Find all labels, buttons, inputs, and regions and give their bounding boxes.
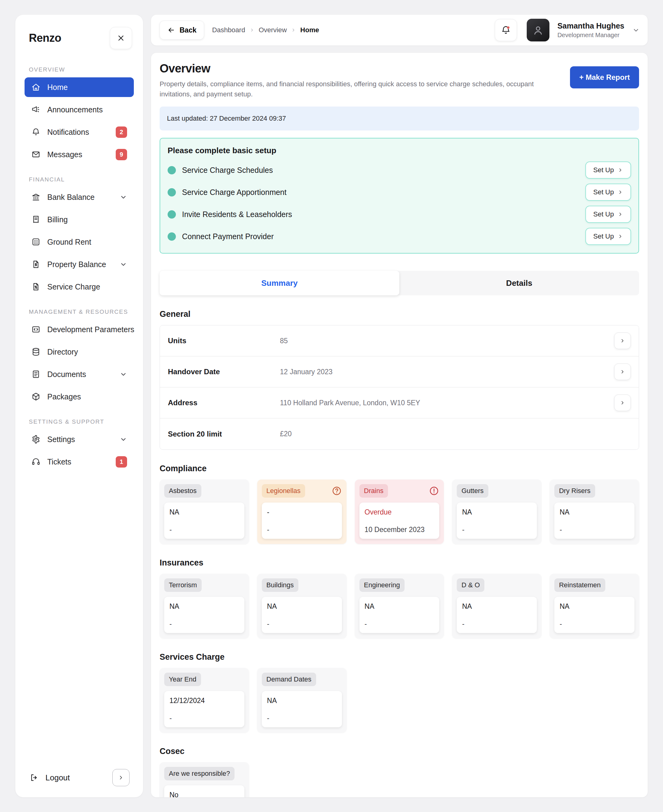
sidebar-item-development-parameters[interactable]: Development Parameters [24,320,134,339]
card-subvalue: - [170,620,239,628]
cosec-heading: Cosec [160,747,639,756]
table-row-handover-date: Handover Date 12 January 2023 [160,356,639,387]
card-label-chip: Buildings [262,578,298,592]
doc-percent-icon [31,282,40,291]
app-root: Renzo OVERVIEW Home [0,0,663,812]
alert-icon[interactable] [429,486,439,496]
card-label-chip: Asbestos [164,484,201,498]
badge: 2 [116,126,127,138]
compliance-card-asbestos: Asbestos NA - [160,480,249,544]
make-report-button[interactable]: + Make Report [570,66,639,88]
gear-icon [31,435,40,444]
setup-checklist: Please complete basic setup Service Char… [160,138,639,254]
compliance-card-drains: Drains Overdue 10 December 2023 [355,480,444,544]
sidebar-item-tickets[interactable]: Tickets 1 [24,452,134,472]
sidebar-item-settings[interactable]: Settings [24,429,134,449]
nav-section-label: FINANCIAL [29,176,132,183]
breadcrumb-dashboard[interactable]: Dashboard [212,26,245,34]
sidebar-item-notifications[interactable]: Notifications 2 [24,122,134,142]
sidebar-item-bank-balance[interactable]: Bank Balance [24,187,134,207]
compliance-card-dry-risers: Dry Risers NA - [550,480,639,544]
services-charge-card-demand-dates: Demand Dates NA - [257,668,346,733]
setup-item: Service Charge Schedules Set Up [168,162,631,179]
chevron-down-icon [120,260,127,268]
sidebar-item-property-balance[interactable]: Property Balance [24,254,134,274]
chevron-down-icon [120,370,127,378]
card-value: NA [462,508,532,516]
row-expand-button[interactable] [614,395,631,411]
notifications-button[interactable] [495,19,517,41]
card-label-chip: Engineering [359,578,404,592]
card-value: No [170,791,239,797]
breadcrumb: Dashboard Overview Home [212,26,487,34]
setup-item: Service Charge Apportionment Set Up [168,184,631,201]
sidebar-item-packages[interactable]: Packages [24,387,134,406]
badge: 1 [116,456,127,467]
sidebar-item-documents[interactable]: Documents [24,364,134,384]
card-value: NA [267,697,337,705]
home-icon [31,82,40,92]
doc-dollar-icon [31,260,40,269]
sidebar-item-home[interactable]: Home [24,78,134,97]
nav-section-label: SETTINGS & SUPPORT [29,419,132,425]
tab-details[interactable]: Details [399,271,639,295]
general-table: Units 85 Handover Date 12 January 2023 [160,325,639,450]
avatar[interactable] [527,19,550,42]
set-up-button[interactable]: Set Up [585,184,631,201]
table-row-address: Address 110 Holland Park Avenue, London,… [160,387,639,419]
breadcrumb-home: Home [300,26,319,34]
services-charge-heading: Services Charge [160,652,639,662]
row-expand-button[interactable] [614,332,631,349]
sidebar-item-directory[interactable]: Directory [24,342,134,362]
chevron-right-icon [620,400,625,406]
compliance-card-gutters: Gutters NA - [452,480,542,544]
chevron-down-icon [120,436,127,443]
insurances-heading: Insurances [160,558,639,568]
page-title: Overview [160,62,537,75]
row-expand-button[interactable] [614,364,631,380]
user-menu-chevron-icon[interactable] [632,26,640,34]
app-logo: Renzo [29,32,61,45]
mail-icon [31,150,40,159]
back-button[interactable]: Back [160,21,204,40]
card-subvalue: - [170,526,239,534]
breadcrumb-overview[interactable]: Overview [259,26,287,34]
megaphone-icon [31,105,40,114]
card-label-chip: Drains [359,484,388,498]
card-subvalue: 10 December 2023 [365,526,434,534]
chevron-right-icon [618,167,623,173]
page-description: Property details, compliance items, and … [160,79,537,99]
set-up-button[interactable]: Set Up [585,206,631,223]
set-up-button[interactable]: Set Up [585,228,631,245]
card-subvalue: - [267,526,337,534]
logout-button[interactable]: Logout [24,769,134,788]
insurance-card-reinstatemen: Reinstatemen NA - [550,574,639,638]
badge: 9 [116,149,127,160]
grid-icon [31,237,40,246]
arrow-left-icon [167,26,175,34]
logout-expand-button[interactable] [112,769,129,786]
sidebar-item-ground-rent[interactable]: Ground Rent [24,232,134,252]
card-value: 12/12/2024 [170,697,239,705]
receipt-icon [31,215,40,224]
logout-icon [29,773,39,782]
sidebar-item-messages[interactable]: Messages 9 [24,145,134,164]
nav-section-overview: OVERVIEW Home Announcements [24,57,134,167]
card-value: - [267,508,337,516]
sidebar-item-service-charge[interactable]: Service Charge [24,277,134,296]
nav-section-financial: FINANCIAL Bank Balance Billing [24,167,134,299]
sidebar-item-announcements[interactable]: Announcements [24,100,134,120]
sidebar-item-billing[interactable]: Billing [24,210,134,229]
headset-icon [31,457,40,466]
set-up-button[interactable]: Set Up [585,162,631,179]
tab-summary[interactable]: Summary [160,271,399,295]
card-value: NA [267,602,337,611]
sidebar-close-button[interactable] [110,27,132,49]
nav-section-label: MANAGEMENT & RESOURCES [29,309,132,315]
chevron-right-icon [620,369,625,375]
card-subvalue: - [560,526,629,534]
last-updated-banner: Last updated: 27 December 2024 09:37 [160,107,639,131]
card-label-chip: Dry Risers [554,484,595,498]
card-value: Overdue [365,508,434,516]
question-icon[interactable] [332,486,342,496]
